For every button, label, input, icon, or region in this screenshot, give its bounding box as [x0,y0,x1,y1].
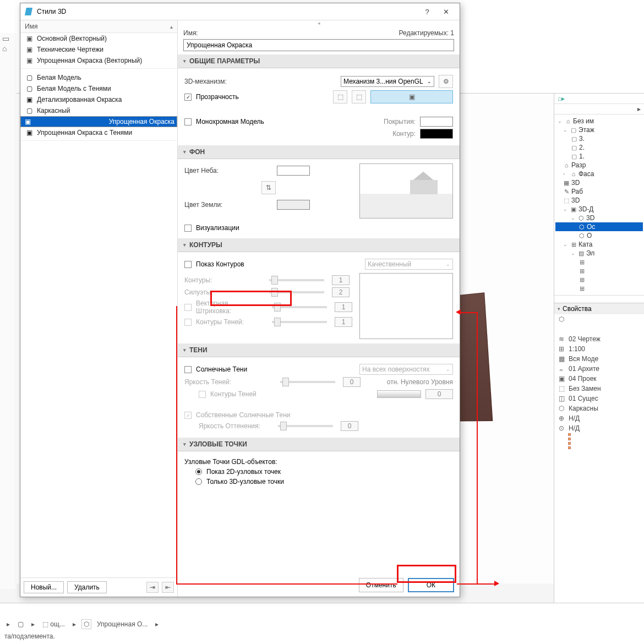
style-item[interactable]: ▣Упрощенная Окраска (Векторный) [20,55,177,66]
dialog-title: Стили 3D [37,8,418,15]
show-contours-checkbox[interactable] [184,261,192,268]
list-header: Имя [25,23,170,30]
breadcrumb-style[interactable]: Упрощенная О... [95,619,150,629]
transp-mode-1-icon[interactable]: ⬚ [333,90,347,103]
nav-icon: ⌂▸ [558,95,565,102]
link-colors-icon[interactable]: ⇅ [261,181,276,194]
nav-menu-icon[interactable]: ▸ [637,105,641,113]
titlebar[interactable]: Стили 3D ? ✕ [20,3,460,20]
style-item-selected[interactable]: ▣Упрощенная Окраска [20,116,177,127]
ground-swatch[interactable] [277,200,310,210]
properties-header: Свойства [563,305,592,313]
background-preview [359,163,453,219]
navigator-tree[interactable]: ⌄⌂Без им ⌄▢Этаж ▢3. ▢2. ▢1. ⌂Разр ›⌂Фаса… [554,114,644,295]
shadow-contours-checkbox [184,319,192,326]
sort-icon[interactable]: ▴ [170,24,173,30]
styles-list-panel: Имя▴ ▣Основной (Векторный) ▣Технические … [20,20,178,597]
sun-shadows-label: Солнечные Тени [196,365,247,373]
export-icon[interactable]: ⇤ [162,582,174,593]
prop-row[interactable]: ≋02 Чертеж [554,334,644,344]
style-item[interactable]: ▣Детализированная Окраска [20,94,177,105]
prop-row[interactable]: ⩋01 Архите [554,364,644,374]
style-item[interactable]: ▢Белая Модель с Тенями [20,83,177,94]
prop-row[interactable]: ◫01 Сущес [554,394,644,403]
close-button[interactable]: ✕ [436,8,455,16]
coating-swatch[interactable] [420,117,453,127]
sun-shadows-checkbox[interactable] [184,366,192,373]
prop-row[interactable]: ⊞1:100 [554,344,644,354]
engine-label: 3D-механизм: [184,78,272,85]
contour-color-label: Контур: [392,130,416,138]
properties-panel: ▾Свойства ⬡ ≋02 Чертеж ⊞1:100 ▦Вся Моде … [554,303,644,433]
visualization-checkbox[interactable] [184,225,192,232]
annotation-arrowhead-2 [494,581,499,586]
contour-quality-select: Качественный⌄ [365,259,453,270]
contours-slider [269,279,324,281]
style-name-input[interactable] [183,39,454,51]
section-nodes[interactable]: ▾УЗЛОВЫЕ ТОЧКИ [178,438,460,451]
section-background[interactable]: ▾ФОН [178,145,460,159]
shadow-contours-value: 1 [335,317,352,327]
contours-label: Контуры: [184,276,261,284]
tint-brightness-label: Яркость Оттенения: [199,422,270,430]
style-item[interactable]: ▢Каркасный [20,105,177,116]
nodes-2d-radio[interactable] [195,468,202,475]
hatch-slider [272,306,327,308]
prop-row[interactable]: ▦Вся Моде [554,354,644,364]
nodes-3d-label: Только 3D-узловые точки [206,478,284,485]
annotation-line-h2 [457,583,498,585]
prop-row[interactable]: ⬡Каркасны [554,403,644,413]
shadow-contours-slider [272,321,327,323]
help-button[interactable]: ? [418,8,436,16]
annotation-arrowhead [456,309,461,315]
contours-preview [359,273,453,339]
style-item[interactable]: ▣Упрощенная Окраска с Тенями [20,127,177,138]
ok-button[interactable]: ОК [408,578,454,592]
prop-row[interactable]: ⊕Н/Д [554,413,644,423]
mono-checkbox[interactable] [184,118,192,125]
delete-button[interactable]: Удалить [67,581,107,593]
transparency-checkbox[interactable] [184,94,192,101]
engine-select[interactable]: Механизм 3...ния OpenGL⌄ [341,76,434,87]
style-item[interactable]: ▣Технические Чертежи [20,44,177,55]
sky-swatch[interactable] [277,166,310,176]
new-button[interactable]: Новый... [24,581,64,593]
own-shadows-checkbox [184,412,192,419]
silhouettes-label: Силуэты: [184,288,261,296]
coating-label: Покрытия: [384,118,416,125]
transp-mode-2-icon[interactable]: ⬚ [352,90,366,103]
import-icon[interactable]: ⇥ [146,582,159,593]
style-settings-panel: ◂ Имя:Редактируемых: 1 ▾ОБЩИЕ ПАРАМЕТРЫ … [178,20,460,597]
navigator-panel: ⌂▸ ▸ ⌄⌂Без им ⌄▢Этаж ▢3. ▢2. ▢1. ⌂Разр ›… [554,94,644,644]
cancel-button[interactable]: Отменить [359,578,403,592]
prop-row[interactable]: ▣04 Проек [554,374,644,384]
show-contours-label: Показ Контуров [196,260,244,268]
settings-icon[interactable]: ⚙ [439,75,453,88]
section-shadows[interactable]: ▾ТЕНИ [178,343,460,357]
relative-level-label: отн. Нулевого Уровня [387,378,453,386]
contours-value: 1 [332,275,350,285]
transp-mode-3-icon[interactable]: ▣ [370,90,453,103]
panel-resize-handle[interactable] [568,433,571,455]
prop-row[interactable]: ⬚Без Замен [554,384,644,394]
editable-count: Редактируемых: 1 [399,29,454,37]
nodes-3d-radio[interactable] [195,478,202,485]
contour-swatch[interactable] [420,129,453,139]
section-contours[interactable]: ▾КОНТУРЫ [178,238,460,252]
shadow-brightness-value: 0 [343,377,361,387]
annotation-line-v2 [176,306,177,585]
style-item[interactable]: ▢Белая Модель [20,72,177,83]
shadow-level-value: 0 [425,389,453,399]
shadow-contours-label: Контуры Теней: [196,318,264,326]
section-general[interactable]: ▾ОБЩИЕ ПАРАМЕТРЫ [178,54,460,68]
shadow-surfaces-select: На всех поверхностях⌄ [359,364,453,375]
hatch-value: 1 [335,302,352,312]
tint-value: 0 [341,421,358,431]
style-item[interactable]: ▣Основной (Векторный) [20,33,177,44]
visualization-label: Визуализации [196,224,239,232]
toolbox[interactable]: ▭⌂ [0,33,17,589]
prop-row[interactable]: ⊙Н/Д [554,423,644,433]
transparency-label: Прозрачность [196,93,239,101]
hatch-label: Векторная Штриховка: [196,299,264,315]
silhouettes-value: 2 [332,287,350,297]
